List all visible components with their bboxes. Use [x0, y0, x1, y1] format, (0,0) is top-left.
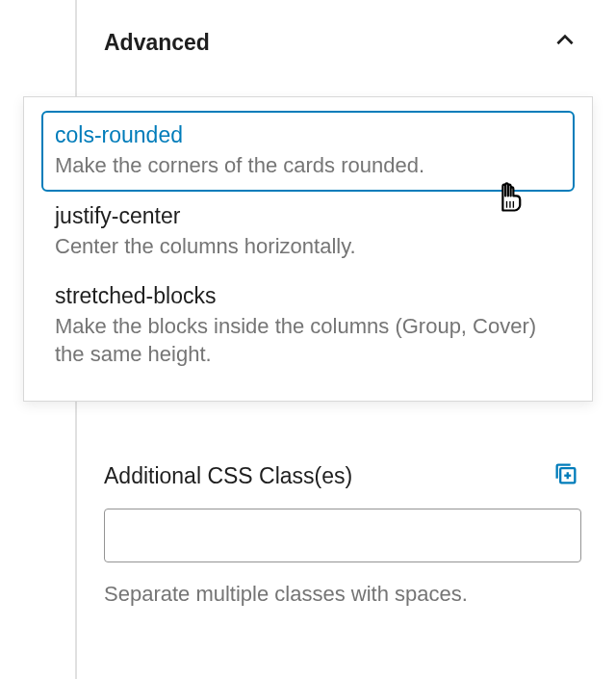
- css-classes-input[interactable]: [104, 509, 581, 562]
- additional-css-section: Additional CSS Class(es) Separate multip…: [104, 458, 581, 607]
- suggestion-name: justify-center: [55, 203, 561, 229]
- css-classes-help: Separate multiple classes with spaces.: [104, 582, 581, 607]
- suggestion-desc: Center the columns horizontally.: [55, 233, 561, 261]
- suggestion-name: cols-rounded: [55, 122, 561, 148]
- suggestion-desc: Make the corners of the cards rounded.: [55, 152, 561, 180]
- css-classes-label: Additional CSS Class(es): [104, 463, 352, 489]
- suggestion-justify-center[interactable]: justify-center Center the columns horizo…: [41, 192, 575, 273]
- suggestion-stretched-blocks[interactable]: stretched-blocks Make the blocks inside …: [41, 272, 575, 379]
- suggestion-cols-rounded[interactable]: cols-rounded Make the corners of the car…: [41, 111, 575, 192]
- chevron-up-icon: [543, 24, 587, 62]
- class-picker-icon[interactable]: [551, 458, 581, 493]
- css-class-suggestions-dropdown: cols-rounded Make the corners of the car…: [23, 96, 593, 402]
- suggestion-name: stretched-blocks: [55, 283, 561, 309]
- panel-title: Advanced: [104, 30, 210, 56]
- panel-header-advanced[interactable]: Advanced: [104, 19, 587, 65]
- suggestion-desc: Make the blocks inside the columns (Grou…: [55, 313, 561, 368]
